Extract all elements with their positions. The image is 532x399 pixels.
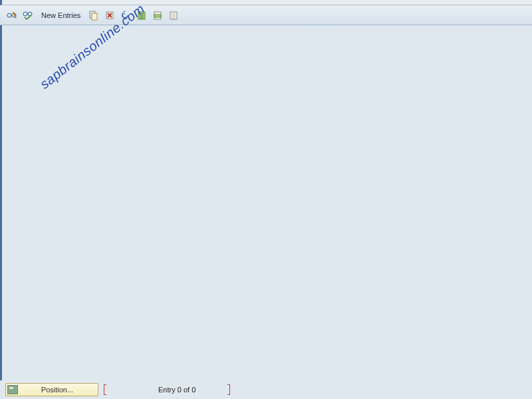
undo-icon bbox=[120, 10, 131, 21]
new-entries-button[interactable]: New Entries bbox=[37, 11, 84, 19]
select-all-button[interactable] bbox=[135, 9, 148, 22]
glasses-check-icon bbox=[23, 10, 33, 21]
copy-button[interactable] bbox=[87, 9, 100, 22]
svg-rect-17 bbox=[154, 15, 161, 17]
footer-bar: Position... Entry 0 of 0 bbox=[0, 380, 532, 399]
undo-button[interactable] bbox=[119, 9, 132, 22]
main-content-area: sapbrainsonline.com bbox=[0, 25, 532, 380]
delete-button[interactable] bbox=[103, 9, 116, 22]
position-input[interactable] bbox=[112, 385, 113, 394]
entry-status: Entry 0 of 0 bbox=[158, 386, 196, 394]
select-block-icon bbox=[152, 10, 163, 21]
title-bar bbox=[0, 0, 532, 5]
copy-icon bbox=[88, 10, 99, 21]
delete-icon bbox=[104, 10, 115, 21]
deselect-button[interactable] bbox=[167, 9, 180, 22]
svg-rect-8 bbox=[92, 13, 97, 20]
position-button[interactable]: Position... bbox=[5, 383, 98, 396]
bracket-right-icon bbox=[227, 384, 230, 395]
svg-point-0 bbox=[7, 13, 11, 17]
position-label: Position... bbox=[22, 386, 92, 394]
select-block-button[interactable] bbox=[151, 9, 164, 22]
toolbar: New Entries bbox=[0, 5, 532, 25]
display-change-button[interactable] bbox=[5, 9, 19, 22]
glasses-pencil-icon bbox=[7, 10, 17, 21]
select-all-icon bbox=[136, 10, 147, 21]
svg-point-4 bbox=[23, 12, 27, 16]
deselect-icon bbox=[168, 10, 179, 21]
svg-point-5 bbox=[28, 12, 32, 16]
position-icon bbox=[7, 385, 18, 394]
bracket-left-icon bbox=[104, 384, 106, 395]
check-button[interactable] bbox=[21, 9, 35, 22]
